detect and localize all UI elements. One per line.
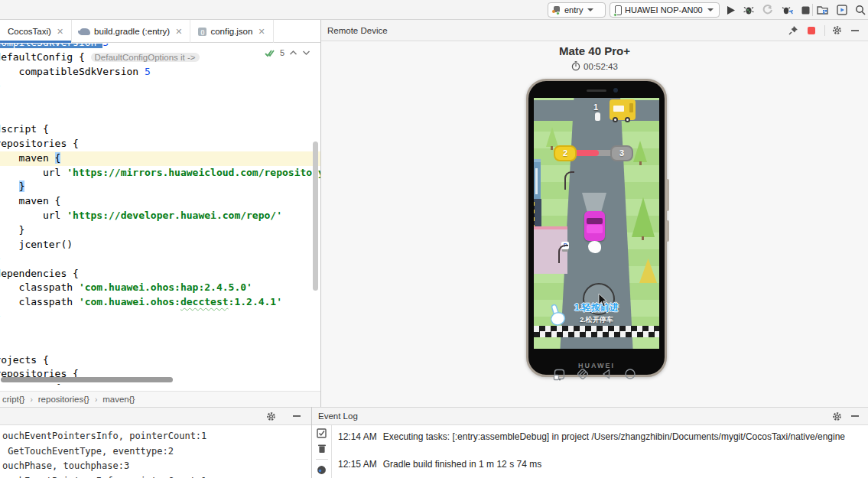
- code-line[interactable]: [0, 339, 320, 353]
- toolbar-separator: [812, 4, 813, 16]
- gear-icon[interactable]: [264, 410, 278, 422]
- event-log-entry[interactable]: 12:15 AMGradle build finished in 1 m 12 …: [338, 459, 541, 470]
- ide-window: entry HUAWEI NOP-AN00: [0, 0, 868, 478]
- device-frame: TAXI P 1 2 3: [526, 79, 667, 377]
- code-line[interactable]: classpath 'com.huawei.ohos:hap:2.4.5.0': [0, 281, 320, 295]
- device-name: Mate 40 Pro+: [321, 44, 868, 57]
- code-line[interactable]: dependencies {: [0, 267, 320, 281]
- code-line[interactable]: }: [0, 252, 320, 267]
- tab-config-json[interactable]: () config.json ✕: [190, 20, 273, 43]
- close-icon[interactable]: ✕: [57, 27, 63, 37]
- device-selector[interactable]: HUAWEI NOP-AN00: [610, 2, 720, 18]
- debug-log-lines[interactable]: ouchEventPointersInfo, pointerCount:1 Ge…: [0, 425, 311, 478]
- tree-trunk: [639, 161, 642, 165]
- breadcrumb-item[interactable]: repositories{}: [38, 395, 89, 404]
- run-tool-window-button[interactable]: [835, 3, 849, 17]
- progress-track: [574, 150, 615, 156]
- hide-panel-button[interactable]: [290, 410, 304, 422]
- vertical-scrollbar[interactable]: [313, 141, 318, 291]
- breadcrumb-separator: ›: [95, 395, 97, 404]
- code-line[interactable]: }: [0, 324, 320, 339]
- tree: [633, 141, 647, 162]
- yellow-tree: [639, 259, 657, 283]
- close-icon[interactable]: ✕: [258, 27, 265, 37]
- attach-debugger-button[interactable]: [780, 3, 794, 17]
- timer-value: 00:52:43: [584, 62, 618, 71]
- close-icon[interactable]: ✕: [175, 27, 182, 37]
- prev-problem-icon[interactable]: [289, 50, 297, 56]
- horizontal-scrollbar[interactable]: [1, 377, 173, 382]
- hide-panel-button[interactable]: [848, 24, 862, 37]
- code-line[interactable]: url 'https://developer.huawei.com/repo/': [0, 209, 320, 223]
- exhaust-smoke: [588, 241, 601, 253]
- search-everywhere-button[interactable]: [853, 3, 867, 17]
- stop-button[interactable]: [798, 3, 812, 17]
- breadcrumb-item[interactable]: cript{}: [2, 395, 24, 404]
- event-log-entries[interactable]: 12:14 AMExecuting tasks: [:entry:assembl…: [335, 425, 868, 478]
- stop-device-button[interactable]: [805, 24, 818, 37]
- chevron-down-icon: [707, 8, 714, 11]
- pin-icon[interactable]: [786, 24, 800, 37]
- breadcrumb-separator: ›: [30, 395, 32, 404]
- help-icon[interactable]: [317, 465, 327, 475]
- rotate-screen-icon[interactable]: [552, 367, 566, 381]
- home-button-icon[interactable]: [623, 367, 637, 381]
- device-screen[interactable]: TAXI P 1 2 3: [534, 98, 659, 349]
- tab-label: build.gradle (:entry): [94, 27, 170, 36]
- trash-icon[interactable]: [317, 444, 327, 454]
- main-toolbar: entry HUAWEI NOP-AN00: [0, 0, 868, 20]
- code-editor[interactable]: compileSdkVersion 5 defaultConfig { Defa…: [0, 44, 320, 385]
- tree: [546, 127, 558, 147]
- code-line[interactable]: }: [0, 310, 320, 324]
- event-time: 12:15 AM: [338, 459, 377, 470]
- passenger-figure: [595, 112, 600, 121]
- tab-build-gradle-cocostaxi[interactable]: CocosTaxi) ✕: [0, 20, 72, 43]
- breadcrumb-item[interactable]: maven{}: [102, 395, 135, 404]
- speaker-slit: [587, 89, 606, 92]
- event-log-entry[interactable]: 12:14 AMExecuting tasks: [:entry:assembl…: [338, 431, 845, 442]
- gear-icon[interactable]: [830, 410, 844, 422]
- log-line: ouchPhase, touchphase:3: [2, 459, 311, 474]
- editor-tab-bar: CocosTaxi) ✕ build.gradle (:entry) ✕ () …: [0, 20, 320, 43]
- code-line[interactable]: [0, 108, 320, 122]
- toolbar-separator: [316, 459, 328, 460]
- clean-screen-icon[interactable]: [576, 367, 590, 381]
- code-lines: compileSdkVersion 5 defaultConfig { Defa…: [0, 44, 320, 385]
- tree-trunk: [642, 236, 644, 240]
- tab-build-gradle-entry[interactable]: build.gradle (:entry) ✕: [72, 20, 190, 43]
- code-line[interactable]: }: [0, 93, 320, 108]
- code-line[interactable]: jcenter(): [0, 238, 320, 252]
- code-line[interactable]: classpath 'com.huawei.ohos:decctest:1.2.…: [0, 295, 320, 310]
- progress-pill-left: 2: [554, 145, 577, 161]
- debug-log-panel: ouchEventPointersInfo, pointerCount:1 Ge…: [0, 407, 311, 478]
- debug-log-header: [0, 407, 311, 425]
- run-button[interactable]: [723, 3, 737, 17]
- code-line[interactable]: maven {: [0, 194, 320, 209]
- back-button-icon[interactable]: [600, 367, 613, 381]
- code-line[interactable]: compatibleSdkVersion 5: [0, 65, 320, 80]
- run-config-label: entry: [564, 5, 583, 15]
- code-line[interactable]: url 'https://mirrors.huaweicloud.com/rep…: [0, 166, 320, 180]
- device-controls: [321, 367, 868, 381]
- debug-button[interactable]: [742, 3, 756, 17]
- device-file-browser-button[interactable]: [816, 3, 830, 17]
- breadcrumb: cript{}›repositories{}›maven{}: [0, 391, 320, 407]
- code-line[interactable]: }: [0, 223, 320, 238]
- inspection-widget[interactable]: 5: [262, 47, 313, 58]
- code-line[interactable]: maven {: [0, 151, 320, 166]
- event-log-panel: Event Log 12:14 AMExecuting tasks: [:ent…: [312, 407, 868, 478]
- event-text: Gradle build finished in 1 m 12 s 74 ms: [383, 459, 541, 470]
- code-line[interactable]: }: [0, 180, 320, 194]
- power-button: [666, 220, 669, 242]
- code-line[interactable]: repositories {: [0, 137, 320, 151]
- coverage-button-disabled[interactable]: [761, 3, 775, 17]
- mark-read-icon[interactable]: [317, 428, 327, 438]
- inspection-count: 5: [280, 48, 284, 57]
- code-line[interactable]: buildscript {: [0, 122, 320, 137]
- code-line[interactable]: }: [0, 80, 320, 94]
- next-problem-icon[interactable]: [302, 50, 310, 56]
- hide-panel-button[interactable]: [848, 410, 862, 422]
- run-config-selector[interactable]: entry: [548, 2, 606, 18]
- code-line[interactable]: allprojects {: [0, 353, 320, 368]
- gear-icon[interactable]: [830, 24, 844, 37]
